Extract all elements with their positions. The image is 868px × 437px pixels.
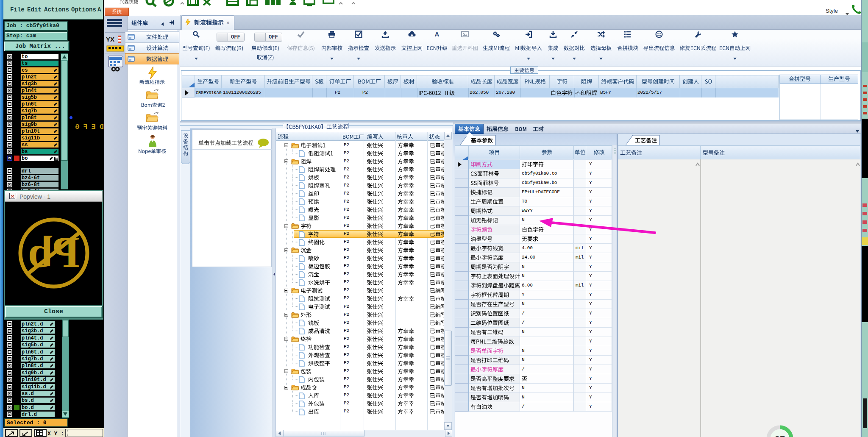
svg-text:YX: YX — [106, 36, 114, 43]
svg-text:A: A — [435, 31, 440, 38]
svg-text:87: 87 — [775, 434, 785, 437]
